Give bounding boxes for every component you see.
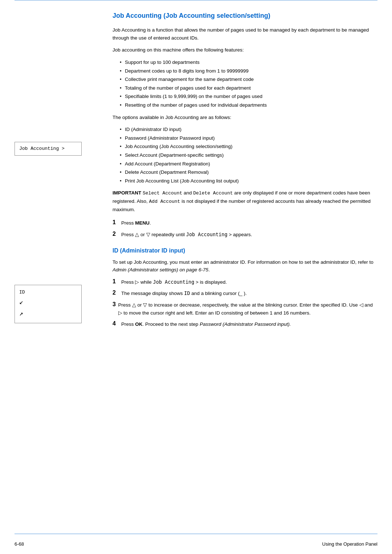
intro-paragraph2: Job accounting on this machine offers th… [113, 46, 377, 54]
options-intro: The options available in Job Accounting … [113, 114, 377, 122]
left-column: Job Accounting > ID ↙ ↗ [15, 11, 102, 332]
feature-item-6: Resetting of the number of pages used fo… [120, 101, 377, 109]
option-item-7: Print Job Accounting List (Job Accountin… [120, 177, 377, 185]
page-container: Job Accounting > ID ↙ ↗ Job Accounting (… [0, 0, 392, 554]
id-step4-row: 4 Press OK. Proceed to the next step Pas… [113, 320, 377, 328]
id-step3-row: 3 Press △ or ▽ to increase or decrease, … [113, 301, 377, 317]
display-box-text: Job Accounting > [19, 146, 65, 151]
section-title: Job Accounting (Job Accounting selection… [113, 11, 377, 20]
id-step1-content: Press ▷ while Job Accounting > is displa… [121, 278, 227, 286]
feature-item-4: Totaling of the number of pages used for… [120, 84, 377, 92]
options-list: ID (Administrator ID input) Password (Ad… [120, 126, 377, 185]
id-step2-content: The message display shows ID and a blink… [121, 290, 247, 297]
content-area: Job Accounting > ID ↙ ↗ Job Accounting (… [0, 11, 392, 332]
right-column: Job Accounting (Job Accounting selection… [102, 11, 377, 332]
intro-paragraph1: Job Accounting is a function that allows… [113, 26, 377, 42]
display-box-job-accounting: Job Accounting > [15, 142, 82, 156]
important-label: IMPORTANT [113, 190, 141, 196]
step2-number: 2 [113, 231, 120, 237]
footer-page-number: 6-68 [15, 541, 24, 547]
option-item-1: ID (Administrator ID input) [120, 126, 377, 134]
option-item-5: Add Account (Department Registration) [120, 160, 377, 168]
id-line2: ↙ [19, 296, 77, 308]
features-list: Support for up to 100 departments Depart… [120, 58, 377, 109]
feature-item-2: Department codes up to 8 digits long fro… [120, 67, 377, 75]
id-section-text: To set up Job Accounting, you must enter… [113, 258, 377, 274]
top-rule [15, 0, 377, 0]
footer-section-title: Using the Operation Panel [322, 541, 377, 547]
display-box-id: ID ↙ ↗ [15, 285, 82, 323]
id-step4-italic: Password (Administrator Password input). [200, 321, 291, 327]
footer: 6-68 Using the Operation Panel [15, 541, 377, 547]
step2-row: 2 Press △ or ▽ repeatedly until Job Acco… [113, 231, 377, 239]
id-step1-code: Job Accounting [153, 279, 195, 285]
step1-content: Press MENU. [121, 219, 151, 227]
step1-row: 1 Press MENU. [113, 219, 377, 227]
feature-item-5: Specifiable limits (1 to 9,999,999) on t… [120, 93, 377, 100]
bottom-rule [15, 534, 377, 534]
step2-content: Press △ or ▽ repeatedly until Job Accoun… [121, 231, 252, 239]
option-item-3: Job Accounting (Job Accounting selection… [120, 143, 377, 151]
important-text1: Select Account and Delete Account are on… [113, 190, 371, 212]
feature-item-1: Support for up to 100 departments [120, 58, 377, 66]
id-step1-number: 1 [113, 278, 120, 285]
ok-bold: OK [135, 321, 142, 327]
option-item-2: Password (Administrator Password input) [120, 134, 377, 142]
id-line1: ID [19, 288, 77, 296]
id-line3: ↗ [19, 308, 77, 320]
sub-section-title: ID (Administrator ID input) [113, 247, 377, 254]
id-display: ID ↙ ↗ [19, 288, 77, 320]
id-step2-code: ID [184, 290, 190, 296]
id-step4-number: 4 [113, 320, 120, 327]
id-step2-number: 2 [113, 290, 120, 296]
id-step4-content: Press OK. Proceed to the next step Passw… [121, 320, 291, 328]
id-section-italic: Admin (Administrator settings) on page 6… [113, 267, 208, 272]
option-item-6: Delete Account (Department Removal) [120, 168, 377, 176]
step2-code: Job Accounting [186, 231, 228, 237]
feature-item-3: Collective print management for the same… [120, 75, 377, 83]
important-block: IMPORTANT Select Account and Delete Acco… [113, 189, 377, 213]
id-step3-content: Press △ or ▽ to increase or decrease, re… [118, 301, 377, 317]
menu-bold: MENU [135, 220, 150, 226]
id-step2-row: 2 The message display shows ID and a bli… [113, 290, 377, 297]
step1-number: 1 [113, 219, 120, 226]
id-step3-number: 3 [113, 301, 117, 308]
id-step1-row: 1 Press ▷ while Job Accounting > is disp… [113, 278, 377, 286]
option-item-4: Select Account (Department-specific sett… [120, 151, 377, 159]
